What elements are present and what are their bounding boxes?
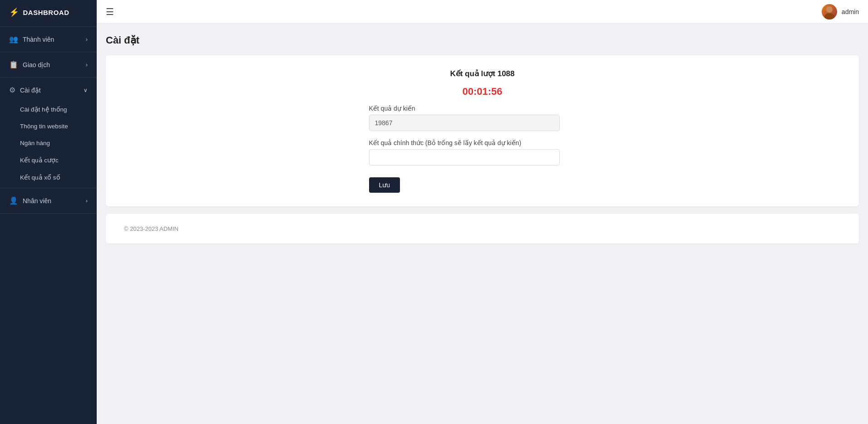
cai-dat-icon: ⚙ [9,86,15,94]
divider-3 [0,188,97,188]
sidebar-item-nhan-vien[interactable]: 👤 Nhân viên › [0,190,97,211]
divider-4 [0,213,97,214]
form-group-du-kien: Kết quả dự kiến [369,105,596,131]
svg-point-0 [826,6,833,13]
divider-2 [0,77,97,78]
sidebar-item-thong-tin-website[interactable]: Thông tin website [0,118,97,135]
sidebar-item-ngan-hang[interactable]: Ngân hàng [0,135,97,151]
admin-name: admin [842,8,859,15]
sidebar-item-thanh-vien[interactable]: 👥 Thành viên › [0,29,97,50]
avatar-image [822,4,837,19]
thanh-vien-icon: 👥 [9,35,18,44]
timer-display: 00:01:56 [369,86,596,97]
footer-card: © 2023-2023 ADMIN [106,214,859,244]
topbar-right: admin [822,4,859,19]
hamburger-icon[interactable]: ☰ [106,6,114,17]
sidebar-item-ket-qua-xo-so[interactable]: Kết quả xổ số [0,169,97,186]
sidebar-item-label-nhan-vien: Nhân viên [23,197,51,205]
sidebar-logo[interactable]: ⚡ DASHBROAD [0,0,97,24]
footer-text: © 2023-2023 ADMIN [124,225,178,232]
bolt-icon: ⚡ [9,7,20,17]
sidebar-item-cai-dat[interactable]: ⚙ Cài đặt ∨ [0,79,97,101]
giao-dich-icon: 📋 [9,60,18,69]
chevron-icon-cai-dat: ∨ [84,87,88,93]
chevron-icon-thanh-vien: › [86,36,88,43]
main-content: Cài đặt Kết quả lượt 1088 00:01:56 Kết q… [97,24,868,424]
svg-point-1 [824,13,834,19]
ket-qua-du-kien-label: Kết quả dự kiến [369,105,596,112]
form-inner: Kết quả lượt 1088 00:01:56 Kết quả dự ki… [369,69,596,193]
sidebar-divider-top [0,26,97,27]
avatar[interactable] [822,4,837,19]
divider-1 [0,52,97,52]
ket-qua-chinh-thuc-label: Kết quả chính thức (Bỏ trống sẽ lấy kết … [369,139,596,146]
form-group-chinh-thuc: Kết quả chính thức (Bỏ trống sẽ lấy kết … [369,139,596,166]
ket-qua-chinh-thuc-input[interactable] [369,149,560,166]
card-title: Kết quả lượt 1088 [369,69,596,78]
chevron-icon-giao-dich: › [86,62,88,68]
sidebar-logo-text: DASHBROAD [23,9,69,16]
chevron-icon-nhan-vien: › [86,198,88,204]
form-container: Kết quả lượt 1088 00:01:56 Kết quả dự ki… [124,69,841,193]
page-title: Cài đặt [106,34,859,46]
result-card: Kết quả lượt 1088 00:01:56 Kết quả dự ki… [106,55,859,206]
sidebar-item-giao-dich[interactable]: 📋 Giao dịch › [0,54,97,75]
sidebar-item-label-thanh-vien: Thành viên [23,36,54,43]
sidebar: ⚡ DASHBROAD 👥 Thành viên › 📋 Giao dịch ›… [0,0,97,424]
sidebar-item-label-cai-dat: Cài đặt [20,87,41,94]
topbar-left: ☰ [106,6,114,17]
sidebar-item-cai-dat-he-thong[interactable]: Cài đặt hệ thống [0,101,97,118]
nhan-vien-icon: 👤 [9,196,18,205]
save-button[interactable]: Lưu [369,177,400,193]
sidebar-item-ket-qua-cuoc[interactable]: Kết quả cược [0,151,97,169]
sidebar-item-label-giao-dich: Giao dịch [23,61,50,68]
topbar: ☰ admin [97,0,868,24]
cai-dat-submenu: Cài đặt hệ thống Thông tin website Ngân … [0,101,97,186]
main-wrapper: ☰ admin Cài đặt Kết quả lượt 1088 00:01:… [97,0,868,424]
ket-qua-du-kien-input[interactable] [369,115,560,131]
